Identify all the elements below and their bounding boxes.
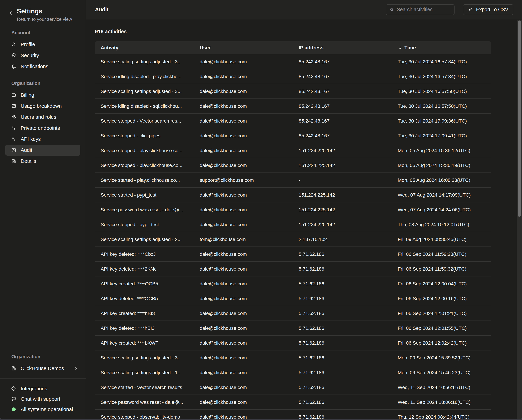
scrollbar-track[interactable] — [517, 20, 522, 419]
cell-activity: API key deleted: ****2KNc — [95, 266, 194, 272]
table-row: API key deleted: ****CbzJdale@clickhouse… — [95, 247, 491, 261]
export-arrow-icon — [468, 7, 473, 12]
table-row: Service stopped - pypi_testdale@clickhou… — [95, 217, 491, 232]
cell-user: support@clickhouse.com — [194, 177, 293, 183]
cell-ip: 5.71.62.186 — [293, 414, 392, 419]
sidebar-item-security[interactable]: Security — [5, 50, 80, 61]
settings-sidebar: Settings Return to your service view Acc… — [0, 0, 86, 419]
cell-ip: 5.71.62.186 — [293, 311, 392, 316]
cell-user: dale@clickhouse.com — [194, 266, 293, 272]
column-header-user[interactable]: User — [194, 45, 293, 51]
cell-ip: 5.71.62.186 — [293, 370, 392, 375]
back-button[interactable] — [7, 10, 14, 16]
sidebar-item-details[interactable]: Details — [5, 156, 80, 167]
cell-ip: 5.71.62.186 — [293, 385, 392, 390]
arrow-down-icon — [398, 46, 402, 50]
main-panel: Audit Export To CSV 918 activities Activ… — [86, 0, 522, 419]
table-row: Service stopped - play.clickhouse.co...d… — [95, 143, 491, 158]
cell-time: Tue, 30 Jul 2024 16:57:50(UTC) — [392, 88, 491, 94]
key-icon — [11, 136, 16, 142]
cell-user: dale@clickhouse.com — [194, 385, 293, 390]
sidebar-item-profile[interactable]: Profile — [5, 39, 80, 50]
sidebar-item-label: Chat with support — [21, 396, 60, 402]
cell-activity: Service idling disabled - play.clickho..… — [95, 74, 194, 79]
table-row: Service started - play.clickhouse.co...s… — [95, 172, 491, 187]
cell-ip: 5.71.62.186 — [293, 281, 392, 287]
cell-user: dale@clickhouse.com — [194, 311, 293, 316]
table-row: API key deleted: ****OCB5dale@clickhouse… — [95, 291, 491, 306]
sidebar-item-label: Billing — [21, 92, 34, 98]
column-header-time[interactable]: Time — [392, 45, 491, 51]
export-csv-button[interactable]: Export To CSV — [463, 4, 513, 15]
transfer-arrows-icon — [11, 125, 16, 131]
person-icon — [11, 42, 16, 47]
column-label: Time — [405, 45, 416, 51]
cell-activity: Service started - play.clickhouse.co... — [95, 177, 194, 183]
column-header-ip-address[interactable]: IP address — [293, 45, 392, 51]
scrollbar-thumb[interactable] — [518, 21, 521, 217]
cell-time: Wed, 11 Sep 2024 18:06:16(UTC) — [392, 399, 491, 405]
table-row: Service started - pypi_testdale@clickhou… — [95, 187, 491, 202]
cell-activity: Service scaling settings adjusted - 3... — [95, 59, 194, 64]
cell-user: dale@clickhouse.com — [194, 118, 293, 124]
cell-ip: 5.71.62.186 — [293, 266, 392, 272]
table-row: API key created: ****hBI3dale@clickhouse… — [95, 306, 491, 320]
org-switcher-clickhouse-demos[interactable]: ClickHouse Demos — [5, 363, 80, 374]
cell-activity: API key deleted: ****hBI3 — [95, 325, 194, 331]
sidebar-subtitle[interactable]: Return to your service view — [17, 17, 72, 22]
cell-ip: 85.242.48.167 — [293, 103, 392, 109]
sidebar-item-chat-with-support[interactable]: Chat with support — [5, 394, 80, 404]
sidebar-item-usage-breakdown[interactable]: Usage breakdown — [5, 101, 80, 112]
table-row: Service scaling settings adjusted - 3...… — [95, 54, 491, 69]
cell-activity: Service stopped - observability-demo — [95, 414, 194, 419]
cell-user: dale@clickhouse.com — [194, 133, 293, 139]
column-label: IP address — [299, 45, 323, 51]
cell-activity: Service started - Vector search results — [95, 385, 194, 390]
sidebar-item-users-and-roles[interactable]: Users and roles — [5, 112, 80, 123]
cell-time: Mon, 05 Aug 2024 15:36:19(UTC) — [392, 163, 491, 168]
column-header-activity[interactable]: Activity — [95, 45, 194, 51]
usage-chart-icon — [11, 103, 16, 109]
cell-user: dale@clickhouse.com — [194, 340, 293, 346]
cell-activity: Service stopped - play.clickhouse.co... — [95, 148, 194, 153]
cell-activity: Service scaling settings adjusted - 3... — [95, 88, 194, 94]
chevron-right-icon — [74, 366, 78, 371]
sidebar-item-audit[interactable]: Audit — [5, 145, 80, 156]
cell-user: dale@clickhouse.com — [194, 296, 293, 301]
table-row: Service idling disabled - play.clickho..… — [95, 69, 491, 84]
topbar-actions: Export To CSV — [386, 4, 513, 15]
audit-content: 918 activities Activity User IP address … — [86, 29, 522, 419]
account-nav: Profile Security Notifications — [0, 39, 86, 72]
cell-activity: Service idling disabled - sql.clickhou..… — [95, 103, 194, 109]
cell-user: dale@clickhouse.com — [194, 192, 293, 198]
cell-time: Fri, 06 Sep 2024 12:00:04(UTC) — [392, 281, 491, 287]
sidebar-divider — [0, 378, 86, 379]
cell-ip: 5.71.62.186 — [293, 340, 392, 346]
sidebar-item-label: Usage breakdown — [21, 103, 62, 109]
sidebar-item-private-endpoints[interactable]: Private endpoints — [5, 123, 80, 133]
sidebar-item-api-keys[interactable]: API keys — [5, 133, 80, 145]
cell-ip: 85.242.48.167 — [293, 133, 392, 139]
sidebar-spacer — [0, 167, 86, 345]
search-box[interactable] — [386, 4, 454, 15]
sidebar-footer-nav: Integrations Chat with support All syste… — [0, 383, 86, 419]
organization-nav: Billing Usage breakdown Users and roles … — [0, 90, 86, 167]
puzzle-icon — [11, 386, 16, 391]
cell-user: dale@clickhouse.com — [194, 370, 293, 375]
cell-activity: API key created: ****bXWT — [95, 340, 194, 346]
sidebar-header: Settings Return to your service view — [0, 0, 86, 22]
sidebar-item-integrations[interactable]: Integrations — [5, 383, 80, 394]
table-row: Service stopped - clickpipesdale@clickho… — [95, 128, 491, 143]
cell-user: dale@clickhouse.com — [194, 207, 293, 213]
table-row: Service scaling settings adjusted - 3...… — [95, 84, 491, 98]
sidebar-item-notifications[interactable]: Notifications — [5, 61, 80, 72]
search-input[interactable] — [397, 7, 451, 12]
cell-ip: 151.224.225.142 — [293, 207, 392, 213]
sidebar-item-system-status[interactable]: All systems operational — [5, 404, 80, 414]
table-header: Activity User IP address Time — [95, 41, 491, 54]
cell-activity: Service password was reset - dale@... — [95, 399, 194, 405]
cell-activity: Service stopped - play.clickhouse.co... — [95, 163, 194, 168]
sidebar-item-billing[interactable]: Billing — [5, 90, 80, 101]
cell-activity: Service password was reset - dale@... — [95, 207, 194, 213]
cell-time: Fri, 06 Sep 2024 11:59:32(UTC) — [392, 266, 491, 272]
